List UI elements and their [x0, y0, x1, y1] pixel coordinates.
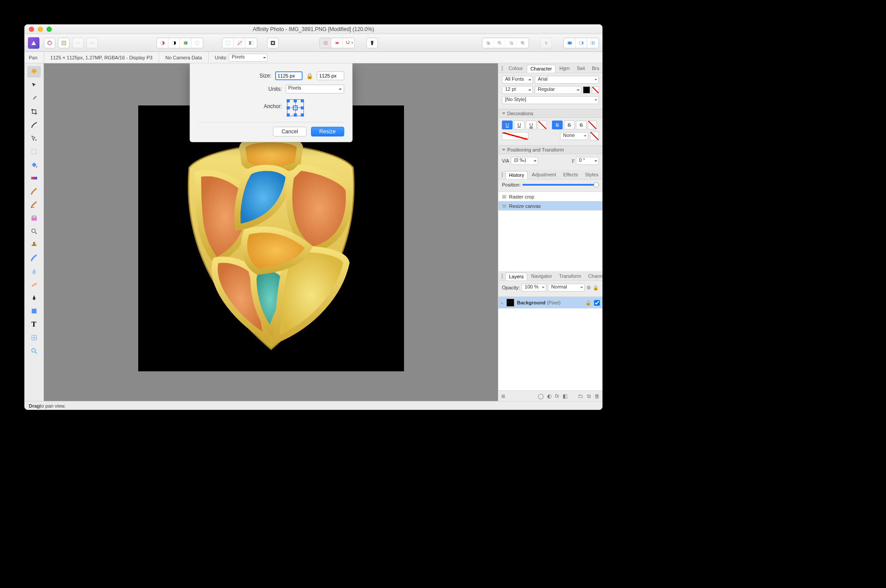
- tab-transform[interactable]: Transform: [556, 273, 584, 280]
- history-item[interactable]: ▦Resize canvas: [498, 201, 602, 210]
- marquee-tool[interactable]: [27, 146, 41, 157]
- auto-contrast-button[interactable]: [168, 38, 180, 48]
- tone-map-persona-button[interactable]: [72, 38, 84, 48]
- style-preset-select[interactable]: [No Style]: [502, 96, 599, 104]
- resize-button[interactable]: Resize: [311, 127, 344, 136]
- underline-color[interactable]: [538, 121, 547, 129]
- underline3-button[interactable]: U: [526, 121, 536, 129]
- flood-fill-tool[interactable]: [27, 159, 41, 171]
- decor-swatch1[interactable]: [502, 132, 528, 140]
- align-button[interactable]: [540, 38, 552, 48]
- underline2-button[interactable]: U: [514, 121, 525, 129]
- intersect-button[interactable]: [587, 38, 598, 48]
- deselect-button[interactable]: [234, 38, 245, 48]
- zoom-window-button[interactable]: [47, 27, 52, 32]
- add-layer-icon[interactable]: ⧉: [587, 393, 591, 399]
- blend-mode-select[interactable]: Normal: [548, 284, 585, 292]
- crop-icon[interactable]: ◧: [563, 393, 567, 399]
- history-item[interactable]: ▦Raster crop: [498, 192, 602, 201]
- assistant-button[interactable]: [366, 38, 378, 48]
- size-width-input[interactable]: [275, 71, 303, 80]
- tab-layers[interactable]: Layers: [505, 273, 527, 280]
- blur-tool[interactable]: [27, 265, 41, 277]
- layer-visible-checkbox[interactable]: [594, 300, 600, 306]
- color-picker-tool[interactable]: [27, 93, 41, 104]
- flood-select-tool[interactable]: [27, 132, 41, 144]
- stamp-tool[interactable]: [27, 239, 41, 250]
- text-tool[interactable]: T: [27, 319, 41, 330]
- anchor-grid[interactable]: [286, 98, 305, 117]
- tab-effects[interactable]: Effects: [560, 171, 581, 178]
- font-style-select[interactable]: Regular: [535, 86, 581, 94]
- units-select[interactable]: Pixels: [229, 54, 268, 62]
- tab-swt[interactable]: Swt: [574, 65, 588, 72]
- font-collection-select[interactable]: All Fonts: [502, 76, 533, 84]
- snap-button[interactable]: [320, 38, 331, 48]
- decor-swatch2[interactable]: [590, 132, 599, 140]
- strike2-button[interactable]: S: [564, 121, 575, 129]
- force-pixel-align-button[interactable]: [331, 38, 343, 48]
- decor-none-select[interactable]: None: [560, 132, 588, 140]
- zoom-tool-2[interactable]: [27, 226, 41, 237]
- subtract-button[interactable]: [575, 38, 587, 48]
- tab-character[interactable]: Character: [527, 65, 555, 73]
- history-position-slider[interactable]: [522, 184, 599, 186]
- develop-persona-button[interactable]: [58, 38, 70, 48]
- paint-brush-tool[interactable]: [27, 186, 41, 197]
- smudge-tool[interactable]: [27, 252, 41, 264]
- fx-icon[interactable]: fx: [555, 393, 559, 399]
- dialog-units-select[interactable]: Pixels: [286, 85, 344, 93]
- move-back-button[interactable]: [482, 38, 494, 48]
- layer-lock-icon[interactable]: 🔒: [585, 300, 591, 306]
- strike-button[interactable]: S: [552, 121, 563, 129]
- tab-channels[interactable]: Channels: [585, 273, 602, 280]
- canvas-viewport[interactable]: Size: 🔒 Units: Pixels Anchor:: [44, 63, 498, 401]
- auto-colors-button[interactable]: [180, 38, 191, 48]
- underline-button[interactable]: U: [502, 121, 513, 129]
- gear-icon[interactable]: ⚙: [587, 285, 591, 291]
- invert-selection-button[interactable]: [245, 38, 257, 48]
- delete-layer-icon[interactable]: 🗑: [595, 393, 600, 399]
- quick-mask-button[interactable]: [267, 38, 279, 48]
- select-all-button[interactable]: [222, 38, 234, 48]
- rotation-input[interactable]: 0 °: [576, 157, 599, 165]
- add-button[interactable]: [564, 38, 575, 48]
- tab-navigator[interactable]: Navigator: [528, 273, 555, 280]
- text-bg-swatch[interactable]: [592, 86, 599, 93]
- move-forward-button[interactable]: [505, 38, 517, 48]
- layer-row[interactable]: ▸ 🛡 Background (Pixel) 🔒: [498, 297, 602, 308]
- tab-colour[interactable]: Colour: [505, 65, 526, 72]
- clone-brush-tool[interactable]: [27, 212, 41, 224]
- move-tool[interactable]: [27, 79, 41, 91]
- decorations-header[interactable]: Decorations: [498, 109, 602, 118]
- lock-layers-icon[interactable]: 🔒: [593, 285, 599, 291]
- zoom-tool[interactable]: [27, 345, 41, 357]
- text-color-swatch[interactable]: [583, 86, 590, 93]
- strike-color[interactable]: [588, 121, 597, 129]
- layer-stack-icon[interactable]: ≣: [501, 393, 505, 399]
- mask-icon[interactable]: ◯: [538, 393, 544, 399]
- crop-tool[interactable]: [27, 106, 41, 117]
- cancel-button[interactable]: Cancel: [273, 127, 306, 136]
- erase-brush-tool[interactable]: [27, 199, 41, 210]
- move-front-button[interactable]: [517, 38, 528, 48]
- auto-levels-button[interactable]: [157, 38, 168, 48]
- font-size-select[interactable]: 12 pt: [502, 86, 533, 94]
- export-persona-button[interactable]: [86, 38, 98, 48]
- selection-brush-tool[interactable]: [27, 119, 41, 131]
- snap-options-button[interactable]: ▾: [343, 38, 354, 48]
- kerning-input[interactable]: (0 ‰): [511, 157, 538, 165]
- move-backward-button[interactable]: [494, 38, 505, 48]
- font-family-select[interactable]: Arial: [535, 76, 599, 84]
- adjust-icon[interactable]: ◐: [547, 393, 552, 399]
- opacity-select[interactable]: 100 %: [521, 284, 546, 292]
- photo-persona-button[interactable]: [28, 37, 39, 49]
- gradient-tool[interactable]: [27, 172, 41, 184]
- lock-aspect-icon[interactable]: 🔒: [306, 73, 313, 79]
- rectangle-tool[interactable]: [27, 305, 41, 317]
- positioning-header[interactable]: Positioning and Transform: [498, 145, 602, 154]
- healing-tool[interactable]: [27, 279, 41, 290]
- pen-tool[interactable]: [27, 292, 41, 304]
- tab-adjustment[interactable]: Adjustment: [528, 171, 559, 178]
- auto-white-balance-button[interactable]: [191, 38, 203, 48]
